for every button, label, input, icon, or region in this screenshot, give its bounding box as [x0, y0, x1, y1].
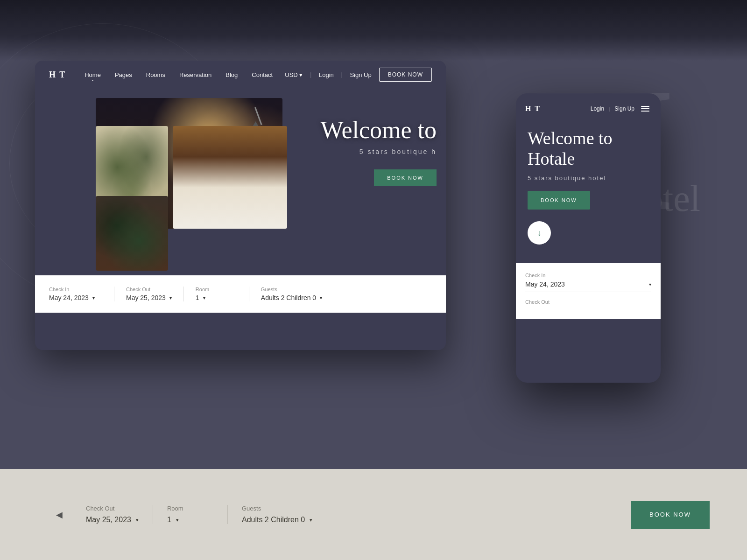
desktop-logo: H T — [49, 70, 66, 80]
desktop-check-out-value: May 25, 2023 — [126, 294, 166, 301]
nav-divider-2: | — [341, 71, 343, 78]
desktop-guests-field: Guests Adults 2 Children 0 ▾ — [249, 287, 334, 301]
desktop-navbar: H T Home Pages Rooms Reservation Blog Co… — [35, 61, 446, 89]
desktop-booking-bar: Check In May 24, 2023 ▾ Check Out May 25… — [35, 275, 446, 313]
mobile-subtitle: 5 stars boutique hotel — [528, 175, 649, 182]
desktop-guests-value-row[interactable]: Adults 2 Children 0 ▾ — [261, 294, 322, 301]
bottom-check-out-value-row[interactable]: May 25, 2023 ▾ — [86, 516, 139, 524]
desktop-room-value-row[interactable]: 1 ▾ — [196, 294, 237, 301]
nav-link-pages[interactable]: Pages — [115, 71, 132, 78]
guests-dropdown-arrow: ▾ — [320, 295, 322, 301]
mobile-check-out-label: Check Out — [525, 299, 651, 305]
nav-divider-1: | — [310, 71, 311, 78]
hero-book-now-button[interactable]: BOOK NOW — [374, 169, 437, 186]
mobile-nav-right: Login | Sign Up — [591, 104, 651, 113]
desktop-nav-book-button[interactable]: BOOK NOW — [379, 68, 432, 82]
bottom-guests-arrow: ▾ — [310, 517, 312, 523]
desktop-nav-links: Home Pages Rooms Reservation Blog Contac… — [85, 71, 285, 78]
desktop-check-out-field: Check Out May 25, 2023 ▾ — [114, 287, 184, 301]
mobile-book-now-button[interactable]: BOOK NOW — [528, 191, 590, 210]
desktop-hero: Welcome to 5 stars boutique h BOOK NOW C… — [35, 89, 446, 313]
nav-link-contact[interactable]: Contact — [252, 71, 273, 78]
mobile-logo: H T — [525, 105, 591, 113]
hamburger-line-3 — [641, 111, 649, 112]
photo-bed — [173, 126, 287, 229]
mobile-booking-form: Check In May 24, 2023 ▾ Check Out — [516, 263, 661, 319]
desktop-check-in-label: Check In — [49, 287, 102, 292]
mobile-check-out-field: Check Out — [525, 299, 651, 305]
bottom-room-field: Room 1 ▾ — [153, 505, 228, 524]
bottom-book-now-button[interactable]: BOOK NOW — [631, 501, 710, 529]
desktop-room-value: 1 — [196, 294, 199, 301]
bottom-check-out-label: Check Out — [86, 505, 139, 512]
bottom-bar-prev-arrow[interactable]: ◀ — [56, 510, 63, 520]
mobile-login-link[interactable]: Login — [591, 105, 604, 112]
nav-link-rooms[interactable]: Rooms — [146, 71, 165, 78]
bottom-check-out-field: Check Out May 25, 2023 ▾ — [72, 505, 153, 524]
desktop-check-in-value-row[interactable]: May 24, 2023 ▾ — [49, 294, 102, 301]
mobile-card: H T Login | Sign Up Welcome toHotale 5 s… — [516, 93, 661, 383]
mobile-check-in-value: May 24, 2023 — [525, 280, 565, 288]
mobile-check-in-field: Check In May 24, 2023 ▾ — [525, 273, 651, 292]
check-in-dropdown-arrow: ▾ — [92, 295, 95, 301]
desktop-check-in-field: Check In May 24, 2023 ▾ — [49, 287, 114, 301]
bottom-guests-label: Guests — [242, 505, 312, 512]
bottom-check-out-value: May 25, 2023 — [86, 516, 131, 524]
mobile-nav-divider: | — [609, 106, 610, 112]
hamburger-line-1 — [641, 106, 649, 107]
desktop-login-link[interactable]: Login — [319, 71, 334, 78]
hero-text-overlay: Welcome to 5 stars boutique h BOOK NOW — [321, 117, 437, 186]
bottom-guests-value-row[interactable]: Adults 2 Children 0 ▾ — [242, 516, 312, 524]
bottom-room-arrow: ▾ — [176, 517, 179, 523]
bottom-check-out-arrow: ▾ — [136, 517, 139, 523]
desktop-check-in-value: May 24, 2023 — [49, 294, 89, 301]
bottom-guests-field: Guests Adults 2 Children 0 ▾ — [228, 505, 326, 524]
desktop-room-field: Room 1 ▾ — [184, 287, 249, 301]
desktop-nav-right: USD ▾ | Login | Sign Up BOOK NOW — [285, 68, 432, 82]
bottom-booking-bar: ◀ Check Out May 25, 2023 ▾ Room 1 ▾ Gues… — [0, 469, 747, 560]
bottom-guests-value: Adults 2 Children 0 — [242, 516, 305, 524]
mobile-signup-link[interactable]: Sign Up — [614, 105, 634, 112]
check-out-dropdown-arrow: ▾ — [169, 295, 172, 301]
mobile-check-in-label: Check In — [525, 273, 651, 278]
desktop-guests-value: Adults 2 Children 0 — [261, 294, 316, 301]
desktop-room-label: Room — [196, 287, 237, 292]
mobile-welcome-title: Welcome toHotale — [528, 128, 649, 169]
bottom-room-value: 1 — [167, 516, 171, 524]
scroll-down-arrow-icon: ↓ — [537, 228, 542, 238]
room-dropdown-arrow: ▾ — [203, 295, 205, 301]
hamburger-line-2 — [641, 108, 649, 109]
hero-subtitle: 5 stars boutique h — [321, 148, 437, 155]
currency-selector[interactable]: USD ▾ — [285, 71, 303, 78]
mobile-navbar: H T Login | Sign Up — [516, 93, 661, 119]
desktop-check-out-value-row[interactable]: May 25, 2023 ▾ — [126, 294, 172, 301]
chair-decor — [96, 196, 168, 271]
mobile-check-in-arrow: ▾ — [649, 282, 651, 287]
desktop-signup-link[interactable]: Sign Up — [350, 71, 371, 78]
photo-chair-area — [96, 196, 168, 271]
hamburger-menu-button[interactable] — [639, 104, 651, 113]
mobile-check-in-value-row[interactable]: May 24, 2023 ▾ — [525, 280, 651, 292]
nav-link-reservation[interactable]: Reservation — [179, 71, 211, 78]
nav-link-home[interactable]: Home — [85, 71, 101, 78]
desktop-guests-label: Guests — [261, 287, 322, 292]
desktop-card: H T Home Pages Rooms Reservation Blog Co… — [35, 61, 446, 350]
hero-welcome-title: Welcome to — [321, 117, 437, 143]
bottom-room-label: Room — [167, 505, 213, 512]
scroll-down-button[interactable]: ↓ — [528, 221, 551, 245]
bottom-room-value-row[interactable]: 1 ▾ — [167, 516, 213, 524]
desktop-check-out-label: Check Out — [126, 287, 172, 292]
mobile-hero: Welcome toHotale 5 stars boutique hotel … — [516, 119, 661, 263]
nav-link-blog[interactable]: Blog — [226, 71, 238, 78]
